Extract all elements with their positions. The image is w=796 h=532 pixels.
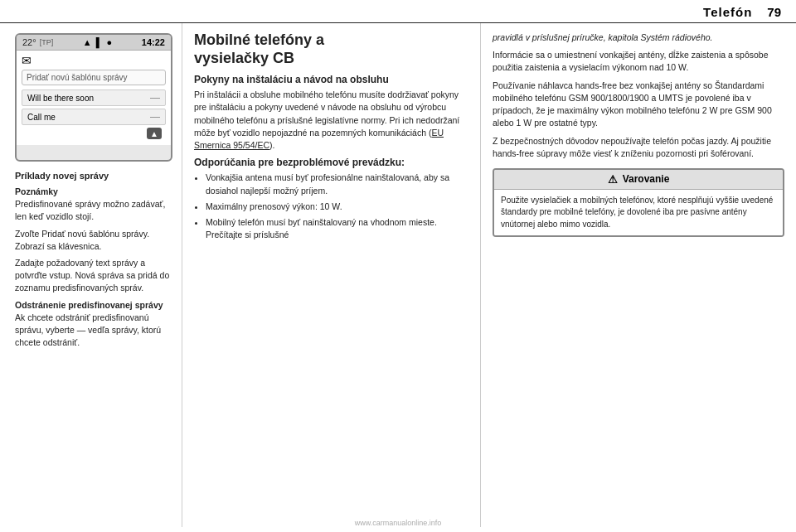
phone-icon-1: ▲ xyxy=(83,37,92,47)
left-column: 22° [TP] ▲ ▌ ● 14:22 ✉ Pridať novú šabló… xyxy=(0,23,182,527)
left-para2: Zvoľte Pridať novú šablónu správy. Zobra… xyxy=(15,228,173,253)
phone-icon-2: ▌ xyxy=(96,37,103,47)
phone-msg-dash-2: — xyxy=(150,111,160,123)
phone-msg-item-2: Call me — xyxy=(22,109,166,125)
left-para1-title: Poznámky Predisfinované správy možno zad… xyxy=(15,186,173,224)
right-column: pravidlá v príslušnej príručke, kapitola… xyxy=(481,23,796,527)
middle-column: Mobilné telefóny a vysielačky CB Pokyny … xyxy=(182,23,481,527)
right-para1-italic: pravidlá v príslušnej príručke, kapitola… xyxy=(493,32,713,42)
mid-subsection2: Odporúčania pre bezproblémové prevádzku: xyxy=(194,157,468,168)
warning-box: ⚠ Varovanie Použite vysielačiek a mobiln… xyxy=(493,168,784,238)
phone-input-area[interactable]: Pridať novú šablónu správy xyxy=(22,70,166,85)
eu-directive-link: EU Smernica 95/54/EC xyxy=(194,128,444,150)
mid-bullet-3: Mobilný telefón musí byť nainštalovaný n… xyxy=(206,216,468,241)
page-number: 79 xyxy=(767,5,781,19)
left-para4-title: Odstránenie predisfinovanej správy Ak ch… xyxy=(15,299,173,350)
phone-msg-dash-1: — xyxy=(150,92,160,104)
phone-msg-icon-row: ✉ xyxy=(22,54,166,67)
phone-body: ✉ Pridať novú šablónu správy Will be the… xyxy=(17,51,171,145)
left-para1-text: Predisfinované správy možno zadávať, len… xyxy=(15,199,165,221)
phone-icon-3: ● xyxy=(107,37,113,47)
article-title-line2: vysielačky CB xyxy=(194,50,294,66)
left-text-content: Príklady novej správy Poznámky Predisfin… xyxy=(15,170,173,350)
mid-bullet-2: Maximálny prenosový výkon: 10 W. xyxy=(206,201,468,213)
phone-message-icon: ✉ xyxy=(22,54,32,67)
right-para3: Používanie náhlavca hands-free bez vonka… xyxy=(493,80,784,130)
warning-body-text: Použite vysielačiek a mobilných telefóno… xyxy=(494,190,783,236)
article-title-line1: Mobilné telefóny a xyxy=(194,31,324,48)
article-title: Mobilné telefóny a vysielačky CB xyxy=(194,31,468,67)
main-content: 22° [TP] ▲ ▌ ● 14:22 ✉ Pridať novú šabló… xyxy=(0,23,796,527)
right-para2: Informácie sa o umiestnení vonkajšej ant… xyxy=(493,49,784,74)
left-para3: Zadajte požadovaný text správy a potvrďt… xyxy=(15,257,173,295)
mid-bullet-1: Vonkajšia antena musí byť profesionálne … xyxy=(206,172,468,196)
phone-status-icons: ▲ ▌ ● xyxy=(83,37,112,47)
phone-scroll-up-button[interactable]: ▲ xyxy=(147,128,162,139)
phone-message-list: Will be there soon — Call me — xyxy=(22,89,166,125)
warning-title-text: Varovanie xyxy=(623,173,670,185)
phone-tp-label: [TP] xyxy=(40,38,54,46)
left-section-heading: Príklady novej správy xyxy=(15,170,173,183)
phone-top-left: 22° [TP] xyxy=(22,37,53,47)
right-para1: pravidlá v príslušnej príručke, kapitola… xyxy=(493,31,784,44)
watermark: www.carmanualonline.info xyxy=(355,519,442,527)
phone-msg-item-1: Will be there soon — xyxy=(22,89,166,106)
phone-arrow-row: ▲ xyxy=(22,125,166,142)
phone-temperature: 22° xyxy=(22,37,36,47)
mid-para1-text: Pri inštalácii a obsluhe mobilného telef… xyxy=(194,89,459,150)
phone-mockup: 22° [TP] ▲ ▌ ● 14:22 ✉ Pridať novú šabló… xyxy=(15,33,172,162)
page-title: Telefón xyxy=(703,5,752,19)
warning-header: ⚠ Varovanie xyxy=(494,170,783,190)
mid-bullet-list: Vonkajšia antena musí byť profesionálne … xyxy=(206,172,468,241)
left-para4-text: Ak chcete odstrániť predisfinovanú správ… xyxy=(15,312,161,347)
warning-icon: ⚠ xyxy=(608,173,618,186)
phone-msg-text-1: Will be there soon xyxy=(27,94,94,103)
phone-time: 14:22 xyxy=(142,37,165,47)
page-header: Telefón 79 xyxy=(0,0,796,23)
phone-top-bar: 22° [TP] ▲ ▌ ● 14:22 xyxy=(17,35,171,51)
left-para4-title-bold: Odstránenie predisfinovanej správy xyxy=(15,300,163,310)
phone-msg-text-2: Call me xyxy=(27,113,56,122)
mid-para1: Pri inštalácii a obsluhe mobilného telef… xyxy=(194,89,468,152)
mid-subsection1: Pokyny na inštaláciu a návod na obsluhu xyxy=(194,74,468,85)
right-para4: Z bezpečnostných dôvodov nepoužívajte te… xyxy=(493,135,784,160)
left-para1-title-bold: Poznámky xyxy=(15,186,58,196)
